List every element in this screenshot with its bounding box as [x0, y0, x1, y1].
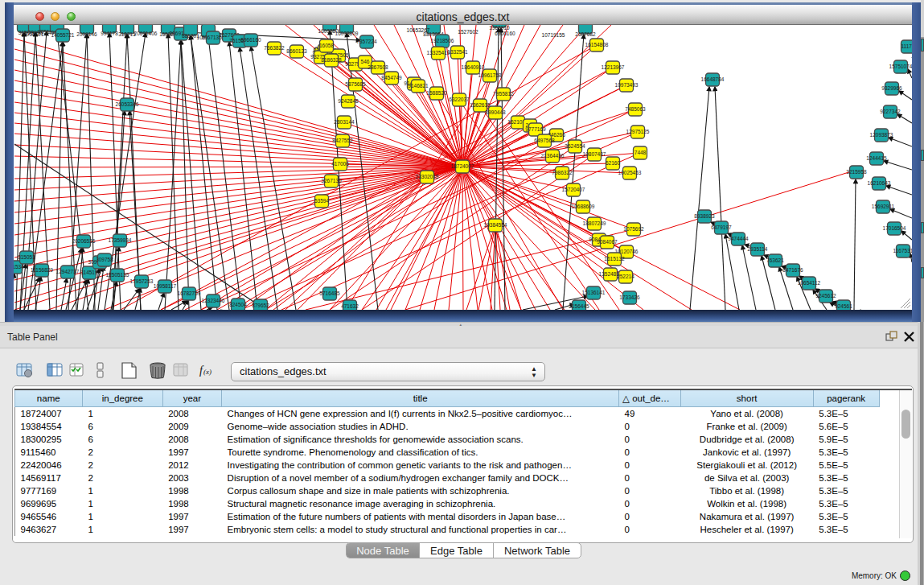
svg-text:824504: 824504	[229, 302, 247, 307]
svg-text:3215958: 3215958	[846, 169, 867, 175]
svg-text:10973493: 10973493	[615, 82, 639, 88]
svg-text:9777169: 9777169	[525, 126, 546, 132]
svg-text:8471676: 8471676	[782, 267, 803, 273]
svg-text:114519: 114519	[80, 270, 98, 275]
svg-text:8660123: 8660123	[286, 48, 307, 54]
svg-text:16058: 16058	[319, 43, 334, 48]
svg-text:10653267: 10653267	[407, 27, 430, 33]
svg-text:3267130: 3267130	[321, 178, 342, 183]
svg-text:1588520: 1588520	[426, 90, 447, 96]
svg-text:10654112: 10654112	[798, 280, 821, 286]
svg-text:6497568: 6497568	[534, 138, 555, 143]
svg-text:391534: 391534	[14, 264, 24, 270]
svg-text:18640910: 18640910	[462, 64, 485, 70]
svg-text:1966910: 1966910	[489, 25, 510, 31]
svg-text:6966160: 6966160	[240, 37, 261, 43]
svg-text:9245612: 9245612	[815, 293, 836, 299]
svg-text:2687682: 2687682	[575, 31, 596, 37]
svg-text:20206536: 20206536	[72, 238, 96, 244]
svg-text:309758: 309758	[96, 257, 113, 262]
svg-text:9242848: 9242848	[338, 98, 359, 104]
svg-text:17016504: 17016504	[883, 225, 906, 231]
svg-text:1362615: 1362615	[470, 102, 491, 108]
svg-text:15692911: 15692911	[872, 204, 895, 209]
svg-text:21364436: 21364436	[541, 153, 565, 159]
svg-text:8454749: 8454749	[381, 75, 402, 80]
svg-text:17359934: 17359934	[109, 237, 132, 243]
svg-text:19218506: 19218506	[431, 38, 454, 43]
svg-text:16782759: 16782759	[178, 290, 201, 296]
svg-text:62160: 62160	[606, 160, 620, 166]
svg-text:9146821: 9146821	[408, 83, 429, 89]
svg-text:471632: 471632	[341, 303, 359, 309]
svg-text:5875685: 5875685	[345, 81, 366, 87]
svg-text:1527602: 1527602	[458, 29, 478, 35]
svg-text:8938923: 8938923	[694, 213, 715, 219]
svg-text:1244415: 1244415	[866, 155, 887, 161]
svg-text:10958117: 10958117	[154, 283, 177, 289]
svg-text:12975125: 12975125	[626, 129, 650, 134]
svg-text:8427552: 8427552	[332, 138, 353, 143]
svg-text:23302015: 23302015	[416, 174, 439, 179]
svg-text:7485063: 7485063	[625, 106, 646, 112]
svg-text:546: 546	[361, 59, 370, 64]
svg-text:12942737: 12942737	[56, 269, 80, 274]
svg-text:12093873: 12093873	[870, 132, 893, 138]
svg-text:15751074: 15751074	[889, 64, 912, 69]
svg-text:1167531: 1167531	[893, 248, 912, 253]
svg-text:252214: 252214	[617, 274, 634, 279]
svg-text:14055721: 14055721	[51, 32, 75, 38]
svg-text:(x): (x)	[203, 368, 211, 376]
svg-text:7448: 7448	[634, 150, 647, 155]
svg-text:6322037: 6322037	[449, 97, 470, 102]
svg-text:9227342: 9227342	[880, 109, 901, 114]
svg-text:5716485: 5716485	[319, 290, 340, 296]
svg-text:11171: 11171	[901, 43, 912, 49]
svg-text:10719155: 10719155	[542, 32, 565, 38]
svg-text:17957253: 17957253	[130, 278, 154, 284]
svg-text:7955812: 7955812	[493, 91, 514, 97]
svg-text:16648784: 16648784	[701, 76, 725, 82]
svg-text:18724007: 18724007	[451, 163, 474, 169]
svg-text:10025453: 10025453	[618, 170, 642, 175]
svg-text:9084067: 9084067	[597, 239, 618, 245]
svg-text:8990448: 8990448	[485, 109, 506, 115]
svg-text:12323446: 12323446	[202, 298, 225, 303]
svg-text:10688609: 10688609	[572, 204, 595, 209]
svg-text:10807487: 10807487	[583, 151, 606, 157]
svg-text:2935114: 2935114	[748, 246, 768, 252]
svg-text:19384554: 19384554	[484, 222, 507, 228]
svg-text:879652: 879652	[252, 303, 269, 308]
svg-text:20691406: 20691406	[134, 31, 158, 36]
svg-text:924561: 924561	[835, 303, 852, 309]
svg-text:12505135: 12505135	[106, 272, 129, 278]
svg-text:763621: 763621	[766, 257, 784, 263]
svg-text:15136141: 15136141	[582, 290, 606, 295]
svg-text:6479197: 6479197	[711, 225, 732, 230]
svg-text:1075692: 1075692	[623, 226, 644, 232]
svg-text:7663822: 7663822	[264, 45, 285, 51]
svg-text:2099146: 2099146	[76, 31, 97, 37]
svg-text:8186328: 8186328	[321, 57, 342, 63]
svg-text:12213967: 12213967	[602, 64, 625, 70]
svg-text:26053346: 26053346	[116, 101, 139, 107]
svg-text:15720407: 15720407	[562, 187, 585, 192]
svg-text:16210643: 16210643	[868, 180, 891, 186]
svg-text:2803144: 2803144	[334, 119, 355, 125]
svg-text:9474444: 9474444	[728, 236, 749, 241]
svg-text:417006: 417006	[331, 161, 349, 167]
svg-text:7357224: 7357224	[356, 39, 377, 44]
svg-text:18807249: 18807249	[583, 220, 606, 226]
svg-text:10961758: 10961758	[478, 72, 502, 78]
svg-text:1615132: 1615132	[604, 256, 625, 262]
svg-text:7986322: 7986322	[552, 170, 573, 175]
svg-text:2156445: 2156445	[569, 303, 589, 309]
svg-text:16154808: 16154808	[585, 42, 609, 47]
svg-text:6966160: 6966160	[495, 31, 515, 36]
svg-text:9329966: 9329966	[881, 85, 902, 91]
svg-text:1733426: 1733426	[619, 295, 640, 300]
svg-text:2867608: 2867608	[368, 64, 388, 70]
svg-text:11156829: 11156829	[31, 267, 53, 273]
svg-text:16033809: 16033809	[335, 31, 359, 36]
svg-text:3624554: 3624554	[565, 143, 585, 149]
